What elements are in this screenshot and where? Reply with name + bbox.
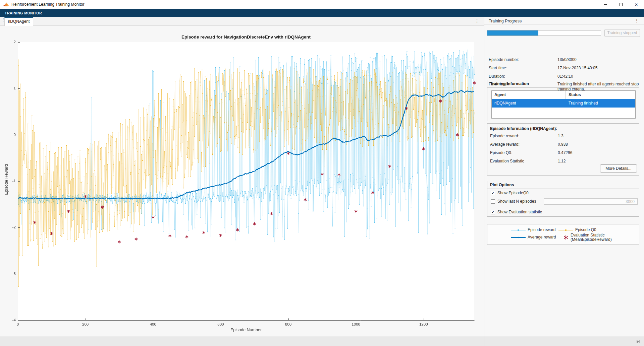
show-last-n-episodes-label: Show last N episodes [497, 199, 536, 204]
plot-options-title: Plot Options [490, 183, 514, 187]
agent-column-header: Agent [492, 91, 566, 99]
ribbon-label: TRAINING MONITOR [5, 11, 42, 15]
y-tick-label: -4 [4, 318, 16, 322]
section-divider [487, 189, 639, 189]
show-last-n-episodes-option[interactable]: Show last N episodes [491, 199, 536, 204]
x-tick-label: 600 [213, 322, 228, 326]
x-tick-label: 1200 [416, 322, 431, 326]
x-tick-label: 400 [146, 322, 160, 326]
start-time-value: 17-Nov-2023 15:40:05 [557, 66, 642, 71]
episode-reward-value: 1.3 [558, 134, 564, 138]
legend-label: Episode reward [528, 228, 555, 232]
legend-item-average-reward: Average reward [511, 235, 556, 239]
maximize-icon [620, 3, 623, 6]
maximize-button[interactable] [613, 0, 629, 9]
matlab-icon [3, 2, 9, 7]
episode-number-label: Episode number: [489, 57, 519, 62]
show-episodeq0-label: Show EpisodeQ0 [497, 191, 529, 195]
episode-reward-line-icon [511, 228, 526, 232]
episode-q0-value: 0.47296 [558, 150, 572, 155]
status-bar [0, 337, 644, 346]
x-tick-label: 200 [78, 322, 93, 326]
show-evaluation-statistic-checkbox[interactable]: ✓ [491, 210, 495, 214]
episode-reward-label: Episode reward: [490, 134, 519, 138]
ribbon-training-monitor: TRAINING MONITOR [0, 9, 644, 17]
episode-information-title: Episode Information (rlDQNAgent): [490, 126, 557, 131]
chart-legend: Episode reward Episode Q0 Average reward [487, 224, 639, 245]
duration-label: Duration: [489, 74, 505, 79]
minimize-button[interactable] [598, 0, 613, 9]
average-reward-line-icon [511, 235, 526, 239]
tab-strip: ⋮ rlDQNAgent ⋮ [0, 17, 484, 26]
average-reward-label: Average reward: [490, 142, 520, 147]
evaluation-statistic-value: 1.12 [558, 159, 566, 163]
training-progress-panel: Training Progress ⋮ Training stopped Epi… [484, 17, 644, 337]
x-tick-label: 1000 [348, 322, 363, 326]
panel-header-divider [484, 24, 644, 24]
agents-table-header: Agent Status [492, 91, 635, 99]
average-reward-value: 0.938 [558, 142, 568, 147]
legend-label: Average reward [528, 235, 556, 239]
agents-table: Agent Status rlDQNAgent Training finishe… [491, 90, 636, 119]
legend-label: Evaluation Statistic (MeanEpisodeReward) [571, 233, 612, 242]
start-time-label: Start time: [489, 66, 507, 71]
x-tick-label: 0 [10, 322, 25, 326]
minimize-icon [604, 4, 607, 5]
training-stopped-button[interactable]: Training stopped [604, 29, 640, 37]
show-last-n-episodes-checkbox[interactable] [491, 199, 495, 204]
training-chart-canvas[interactable] [0, 26, 484, 337]
app-window: Reinforcement Learning Training Monitor … [0, 0, 644, 346]
panel-title: Training Progress [489, 19, 522, 23]
table-row-rldqnagent[interactable]: rlDQNAgent Training finished [492, 99, 635, 108]
y-tick-label: -2 [4, 225, 16, 229]
legend-item-episode-q0: Episode Q0 [558, 228, 596, 232]
training-progress-bar-fill [487, 30, 538, 36]
x-tick-label: 800 [281, 322, 296, 326]
y-tick-label: 2 [4, 40, 16, 44]
legend-item-episode-reward: Episode reward [511, 228, 555, 232]
evaluation-statistic-label: Evaluation Statistic [490, 159, 524, 163]
y-tick-label: 1 [4, 86, 16, 90]
agent-cell: rlDQNAgent [492, 99, 566, 108]
figure-pane: Episode reward for NavigationDiscreteEnv… [0, 26, 484, 337]
status-bar-divider [484, 337, 484, 346]
episode-information-section: Episode Information (rlDQNAgent): Episod… [487, 123, 639, 176]
tab-rldqnagent[interactable]: rlDQNAgent [4, 17, 33, 26]
training-information-section: Training Information Agent Status rlDQNA… [487, 80, 639, 121]
episode-number-value: 1350/3000 [557, 57, 642, 62]
show-episodeq0-checkbox[interactable]: ✓ [491, 191, 495, 195]
status-column-header: Status [566, 91, 635, 99]
episode-q0-line-icon [558, 228, 573, 232]
last-n-episodes-input[interactable] [544, 198, 638, 205]
legend-label: Episode Q0 [575, 228, 596, 232]
window-title: Reinforcement Learning Training Monitor [11, 2, 84, 7]
show-episodeq0-option[interactable]: ✓ Show EpisodeQ0 [491, 191, 529, 195]
evaluation-asterisk-icon [563, 235, 569, 240]
expand-panel-icon[interactable] [636, 339, 641, 344]
y-tick-label: -1 [4, 179, 16, 183]
legend-item-evaluation-statistic: Evaluation Statistic (MeanEpisodeReward) [563, 233, 612, 242]
more-details-button[interactable]: More Details... [600, 164, 637, 172]
y-tick-label: 0 [4, 133, 16, 137]
show-evaluation-statistic-label: Show Evaluation statistic [497, 210, 542, 214]
training-information-title: Training Information [490, 81, 529, 86]
section-divider [487, 87, 639, 88]
duration-value: 01:42:10 [557, 74, 642, 79]
figure-pane-menu-icon[interactable]: ⋮ [474, 18, 480, 23]
status-cell: Training finished [566, 99, 635, 108]
x-axis-label: Episode Number [18, 328, 474, 332]
tab-label: rlDQNAgent [8, 19, 30, 24]
close-icon: ✕ [635, 2, 638, 7]
chart-title: Episode reward for NavigationDiscreteEnv… [18, 34, 474, 40]
plot-options-section: Plot Options ✓ Show EpisodeQ0 Show last … [487, 181, 639, 217]
y-tick-label: -3 [4, 272, 16, 276]
titlebar: Reinforcement Learning Training Monitor … [0, 0, 644, 9]
close-button[interactable]: ✕ [629, 0, 644, 9]
show-evaluation-statistic-option[interactable]: ✓ Show Evaluation statistic [491, 210, 542, 214]
panel-menu-icon[interactable]: ⋮ [634, 18, 639, 23]
episode-q0-label: Episode Q0: [490, 150, 512, 155]
training-progress-bar [487, 30, 601, 36]
